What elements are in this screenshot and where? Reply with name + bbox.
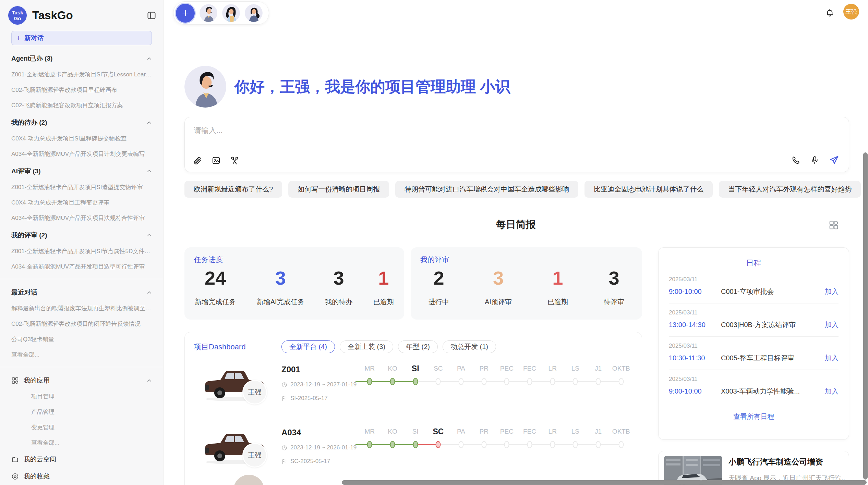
join-link[interactable]: 加入 xyxy=(825,287,839,296)
list-item[interactable]: C02-飞腾新能源轻客改款项目的闭环通告反馈情况 xyxy=(11,320,152,328)
milestone-label: LR xyxy=(541,363,564,374)
agent-avatar-2[interactable] xyxy=(222,4,240,22)
milestone-label: OKTB xyxy=(610,363,632,374)
section-my-review[interactable]: 我的评审 (2) xyxy=(11,231,152,240)
list-item[interactable]: Z001-全新燃油轻卡产品开发项目SI造型提交物评审 xyxy=(11,183,152,191)
list-item[interactable]: A034-全新新能源MUV产品开发项目法规符合性评审 xyxy=(11,214,152,222)
chevron-up-icon[interactable] xyxy=(146,378,152,383)
phone-icon[interactable] xyxy=(791,156,800,165)
owner-badge: 王强 xyxy=(242,443,267,468)
agent-avatar-1[interactable] xyxy=(200,4,217,22)
chevron-up-icon[interactable] xyxy=(146,56,152,61)
join-link[interactable]: 加入 xyxy=(825,353,839,363)
join-link[interactable]: 加入 xyxy=(825,387,839,396)
microphone-icon[interactable] xyxy=(810,156,819,165)
stat-value: 1 xyxy=(547,269,568,288)
schedule-date: 2025/03/11 xyxy=(669,343,839,349)
sidebar-item-cloud-space[interactable]: 我的云空间 xyxy=(11,455,152,464)
tab-powertrain[interactable]: 动总开发 (1) xyxy=(443,340,496,353)
sidebar-item-label: 我的云空间 xyxy=(24,455,56,464)
list-item[interactable]: C0X4-动力总成开发项目工程变更评审 xyxy=(11,199,152,207)
chat-input-card: 请输入... xyxy=(184,117,849,172)
vertical-scrollbar[interactable] xyxy=(863,152,868,480)
project-info: A034 2023-12-19 ~ 2026-01-19 SC-2025-05-… xyxy=(281,428,357,465)
list-item[interactable]: A034-全新新能源MUV产品开发项目造型可行性评审 xyxy=(11,263,152,271)
milestone-label: PR xyxy=(472,426,495,437)
stat-value: 24 xyxy=(195,269,236,288)
chevron-up-icon[interactable] xyxy=(146,290,152,295)
list-item[interactable]: C02-飞腾新能源轻客改款项目立项汇报方案 xyxy=(11,101,152,109)
layout-grid-icon[interactable] xyxy=(829,220,839,230)
app-logo: Task Go xyxy=(8,6,27,25)
add-agent-button[interactable] xyxy=(176,4,195,23)
chevron-up-icon[interactable] xyxy=(146,169,152,174)
list-item[interactable]: A034-全新新能源MUV产品开发项目计划变更表编写 xyxy=(11,150,152,158)
send-icon[interactable] xyxy=(829,155,839,165)
section-recent-chats[interactable]: 最近对话 xyxy=(11,288,152,297)
sidebar-collapse-icon[interactable] xyxy=(147,11,156,20)
section-ai-review[interactable]: AI评审 (3) xyxy=(11,167,152,176)
list-item[interactable]: Z001-全新燃油皮卡产品开发项目SI节点Lesson Learn报告 xyxy=(11,71,152,78)
tab-new-platform[interactable]: 全新平台 (4) xyxy=(281,340,335,353)
tab-new-upfit[interactable]: 全新上装 (3) xyxy=(340,340,393,353)
sidebar-item-label: 我的收藏 xyxy=(24,472,50,481)
notification-bell-icon[interactable] xyxy=(825,8,834,17)
sidebar-subitem-change-mgmt[interactable]: 变更管理 xyxy=(31,423,152,431)
suggestion-chip[interactable]: 比亚迪全固态电池计划具体说了什么 xyxy=(584,181,713,198)
news-card[interactable]: 小鹏飞行汽车制造公司增资 天眼查 App 显示，近日广州汇天飞行汽... xyxy=(658,451,849,485)
scissors-icon[interactable] xyxy=(230,156,239,165)
stat-label: 我的待办 xyxy=(325,297,352,307)
list-item[interactable]: C0X4-动力总成开发项目SI里程碑提交物检查 xyxy=(11,135,152,142)
sidebar-subitem-project-mgmt[interactable]: 项目管理 xyxy=(31,393,152,400)
milestone-label: SI xyxy=(404,426,427,437)
suggestion-chip[interactable]: 如何写一份清晰的项目周报 xyxy=(288,181,389,198)
project-dates: 2023-12-19 ~ 2026-01-19 xyxy=(290,444,357,451)
horizontal-scrollbar[interactable] xyxy=(342,480,867,485)
view-all-chats[interactable]: 查看全部... xyxy=(11,351,152,359)
milestone-label: KO xyxy=(381,363,404,374)
sidebar-item-my-apps[interactable]: 我的应用 xyxy=(11,376,152,385)
schedule-time: 9:00-10:00 xyxy=(669,288,721,296)
list-item[interactable]: 公司Q3轻卡销量 xyxy=(11,335,152,343)
dashboard-tabs: 全新平台 (4) 全新上装 (3) 年型 (2) 动总开发 (1) xyxy=(281,340,496,353)
schedule-event-title: C005-整车工程目标评审 xyxy=(721,353,825,363)
section-agent-done[interactable]: Agent已办 (3) xyxy=(11,54,152,63)
suggestion-chip[interactable]: 特朗普可能对进口汽车增税会对中国车企造成哪些影响 xyxy=(395,181,578,198)
milestone-label: PA xyxy=(450,426,473,437)
project-row-a034[interactable]: 王强 A034 2023-12-19 ~ 2026-01-19 SC-2025-… xyxy=(185,425,642,479)
my-review-card: 我的评审 2 进行中 3 AI预评审 1 已逾期 3 待评审 xyxy=(411,247,642,320)
user-avatar[interactable]: 王强 xyxy=(843,4,859,20)
project-row-z001[interactable]: 王强 Z001 2023-12-19 ~ 2027-01-19 SI-2025-… xyxy=(185,362,642,416)
suggestion-chip[interactable]: 欧洲新规最近颁布了什么? xyxy=(184,181,282,198)
milestone-label: KO xyxy=(381,426,404,437)
chevron-up-icon[interactable] xyxy=(146,120,152,125)
schedule-date: 2025/03/11 xyxy=(669,309,839,316)
sidebar-header: Task Go TaskGo xyxy=(0,5,163,25)
tab-model-year[interactable]: 年型 (2) xyxy=(398,340,438,353)
agent-avatar-3[interactable] xyxy=(245,4,263,22)
list-item[interactable]: C02-飞腾新能源轻客改款项目里程碑画布 xyxy=(11,86,152,94)
schedule-date: 2025/03/11 xyxy=(669,376,839,383)
sidebar-subitem-product-mgmt[interactable]: 产品管理 xyxy=(31,408,152,416)
image-icon[interactable] xyxy=(212,156,221,165)
attachment-icon[interactable] xyxy=(193,156,202,165)
list-item[interactable]: Z001-全新燃油轻卡产品开发项目SI节点属性5D文件评审 xyxy=(11,247,152,255)
list-item[interactable]: 解释最新出台的欧盟报废车法规再生塑料比例被调至15%... xyxy=(11,304,152,312)
schedule-time: 13:00-14:30 xyxy=(669,321,721,329)
sidebar-item-favorites[interactable]: 我的收藏 xyxy=(11,472,152,481)
daily-briefing-title: 每日简报 xyxy=(164,218,868,232)
view-all-apps[interactable]: 查看全部... xyxy=(31,439,152,447)
join-link[interactable]: 加入 xyxy=(825,320,839,329)
chevron-up-icon[interactable] xyxy=(146,233,152,238)
new-chat-button[interactable]: + 新对话 xyxy=(11,31,152,45)
section-my-todo[interactable]: 我的待办 (2) xyxy=(11,118,152,127)
chat-input[interactable]: 请输入... xyxy=(194,125,222,136)
greeting-block: 你好，王强，我是你的项目管理助理 小识 xyxy=(184,66,510,108)
view-all-schedule-link[interactable]: 查看所有日程 xyxy=(659,412,849,421)
stat-value: 3 xyxy=(604,269,624,288)
suggestion-chip[interactable]: 当下年轻人对汽车外观有怎样的喜好趋势 xyxy=(719,181,861,198)
schedule-time: 10:30-11:30 xyxy=(669,354,721,362)
milestone-label: PEC xyxy=(495,426,518,437)
stat-my-todo: 3 我的待办 xyxy=(325,269,352,307)
stat-overdue: 1 已逾期 xyxy=(373,269,394,307)
